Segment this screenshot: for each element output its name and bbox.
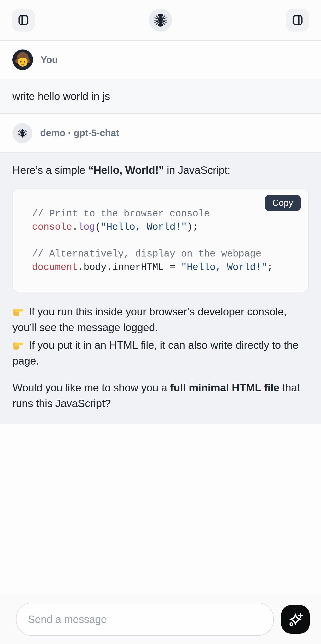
code-token-plain: ( <box>95 222 101 232</box>
code-token-comment: // Print to the browser console <box>32 208 210 219</box>
assistant-message: Here’s a simple “Hello, World!” in JavaS… <box>0 152 321 424</box>
assistant-paragraph: If you put it in an HTML file, it can al… <box>12 337 309 369</box>
code-line: document.body.innerHTML = "Hello, World!… <box>32 261 299 274</box>
code-token-plain: ); <box>187 222 198 232</box>
code-token-string: "Hello, World!" <box>101 222 187 232</box>
assistant-paragraph: Would you like me to show you a full min… <box>12 380 309 412</box>
sidebar-toggle-button[interactable] <box>12 8 35 32</box>
composer-bar <box>0 592 321 644</box>
panel-right-icon <box>291 14 304 26</box>
copy-button[interactable]: Copy <box>265 195 301 211</box>
code-token-plain: . <box>72 222 78 232</box>
code-line <box>32 234 299 248</box>
user-message: write hello world in js <box>0 79 321 114</box>
point-right-emoji <box>12 339 24 350</box>
code-token-comment: // Alternatively, display on the webpage <box>32 248 261 259</box>
user-sender-label: You <box>41 54 58 65</box>
text-run: If you put it in an HTML file, it can al… <box>12 339 299 367</box>
bold-text: “Hello, World!” <box>88 164 164 176</box>
top-bar <box>0 0 321 41</box>
assistant-sender-row: demo · gpt-5-chat <box>0 114 321 152</box>
bold-text: full minimal HTML file <box>170 382 280 394</box>
code-content: // Print to the browser consoleconsole.l… <box>32 207 299 274</box>
app-logo[interactable] <box>149 8 172 32</box>
right-panel-toggle-button[interactable] <box>286 8 309 32</box>
code-token-keyword: console <box>32 222 72 232</box>
send-button[interactable] <box>281 605 310 634</box>
code-token-keyword: document <box>32 262 78 273</box>
assistant-avatar <box>12 123 32 143</box>
code-token-plain: ; <box>267 262 273 273</box>
point-right-emoji <box>12 306 24 317</box>
text-run: Would you like me to show you a <box>12 382 170 394</box>
sparkle-icon <box>288 612 303 627</box>
person-emoji-icon <box>12 50 33 70</box>
text-run: If you run this inside your browser’s de… <box>12 306 287 334</box>
chat-scroll-area[interactable]: You write hello world in js demo · g <box>0 41 321 424</box>
user-message-text: write hello world in js <box>12 90 110 102</box>
assistant-paragraphs: If you run this inside your browser’s de… <box>12 304 309 412</box>
code-token-string: "Hello, World!" <box>181 262 267 273</box>
user-avatar <box>12 50 33 70</box>
code-token-plain: .body.innerHTML = <box>78 262 181 273</box>
message-input[interactable] <box>16 603 274 636</box>
code-block: Copy // Print to the browser consolecons… <box>12 188 309 292</box>
text-run: in JavaScript: <box>164 164 230 176</box>
code-line: // Print to the browser console <box>32 207 299 221</box>
panel-left-icon <box>17 14 30 26</box>
user-sender-row: You <box>0 41 321 79</box>
burst-avatar-icon <box>18 128 27 138</box>
code-line: console.log("Hello, World!"); <box>32 221 299 234</box>
assistant-intro: Here’s a simple “Hello, World!” in JavaS… <box>12 162 309 178</box>
text-run: Here’s a simple <box>12 164 88 176</box>
assistant-paragraph: If you run this inside your browser’s de… <box>12 304 309 336</box>
code-line: // Alternatively, display on the webpage <box>32 248 299 261</box>
assistant-sender-label: demo · gpt-5-chat <box>40 128 119 138</box>
burst-logo-icon <box>153 13 168 28</box>
code-token-function: log <box>78 222 95 232</box>
